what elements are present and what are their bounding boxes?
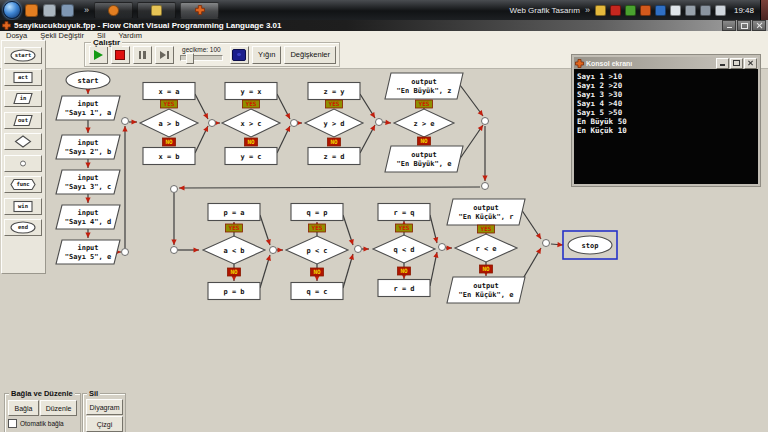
node-label: p = a [223,209,244,217]
connector[interactable] [122,118,129,125]
connector[interactable] [171,247,178,254]
connector[interactable] [122,249,129,256]
menu-1[interactable]: Şekli Değiştir [40,31,84,40]
console-maximize-button[interactable] [730,58,743,69]
console-controls [715,58,757,69]
menu-0[interactable]: Dosya [6,31,27,40]
connect-group: Bağla ve Düzenle Bağla Düzenle Otomatik … [4,393,81,432]
firefox-icon[interactable] [25,4,38,17]
maximize-button[interactable] [737,20,751,31]
connector[interactable] [439,244,446,251]
show-desktop-icon[interactable] [43,4,56,17]
branch-label-text: NO [482,265,490,272]
variables-button[interactable]: Değişkenler [284,46,336,64]
node-label: start [15,52,32,58]
branch-label-text: NO [165,138,173,145]
delete-group-label: Sil [87,389,100,398]
edit-button[interactable]: Düzenle [40,400,77,416]
flow-arrow [478,110,483,116]
screen: » Web Grafik Tasarım » 19:48 5sayikucukb… [0,0,768,432]
taskbar-window-label[interactable]: Web Grafik Tasarım [510,6,580,15]
taskbar-app-firefox[interactable] [94,2,133,19]
window-switcher-icon[interactable] [61,4,74,17]
palette-func-button[interactable]: func [4,176,42,193]
flowchart-tray-icon[interactable] [640,5,651,16]
delay-slider[interactable] [180,55,223,61]
window-tray-icon[interactable] [685,5,696,16]
flag-icon[interactable] [670,5,681,16]
auto-connect-checkbox[interactable] [8,419,17,428]
console-window-button[interactable] [230,46,249,64]
branch-label-text: NO [420,137,428,144]
delete-diagram-button[interactable]: Diyagram [86,399,123,415]
delete-line-button[interactable]: Çizgi [86,416,123,432]
palette-decision-button[interactable] [4,133,42,150]
branch-label-text: YES [419,100,430,107]
run-button[interactable] [89,46,108,64]
minimize-button[interactable] [722,20,736,31]
connector[interactable] [376,119,383,126]
palette-act-button[interactable]: act [4,69,42,86]
connector[interactable] [355,246,362,253]
node-label: r < e [475,245,496,253]
tray-overflow-chevron[interactable]: » [585,5,590,15]
node-label: z > e [413,120,434,128]
taskbar: » Web Grafik Tasarım » 19:48 [0,0,768,20]
adobe-icon[interactable] [610,5,621,16]
node-label: end [18,224,28,230]
media-player-icon[interactable] [655,5,666,16]
stack-button[interactable]: Yığın [252,46,282,64]
palette-connector-button[interactable] [4,155,42,172]
console-titlebar[interactable]: Konsol ekranı [574,57,758,69]
delay-slider-thumb[interactable] [186,53,194,64]
quicklaunch-overflow-chevron[interactable]: » [84,5,89,15]
taskbar-apps [94,2,223,19]
connect-button[interactable]: Bağla [8,400,39,416]
menu-2[interactable]: Sil [97,31,105,40]
network-icon[interactable] [700,5,711,16]
console-minimize-button[interactable] [716,58,729,69]
flow-arrow [278,247,284,252]
node-label: y > d [323,120,344,128]
stop-button[interactable] [111,46,130,64]
win-shape-icon: win [6,200,40,213]
connector[interactable] [209,120,216,127]
connector[interactable] [270,247,277,254]
menu-3[interactable]: Yardım [118,31,142,40]
console-window[interactable]: Konsol ekranı Sayı 1 >10Sayı 2 >20Sayı 3… [572,55,760,186]
connect-group-label: Bağla ve Düzenle [9,389,75,398]
connector[interactable] [482,118,489,125]
node-label: z = d [323,153,344,161]
branch-label-text: YES [246,100,257,107]
console-line: Sayı 3 >30 [577,90,758,99]
palette-win-button[interactable]: win [4,198,42,215]
close-button[interactable] [752,20,766,31]
end-shape-icon: end [6,221,40,234]
connector[interactable] [171,186,178,193]
chat-icon[interactable] [595,5,606,16]
app-titlebar: 5sayikucukbuyuk.fpp - Flow Chart Visual … [0,20,768,31]
taskbar-app-explorer[interactable] [137,2,176,19]
flow-arrow [85,198,90,204]
flow-arrow [85,128,90,134]
palette-in-button[interactable]: in [4,90,42,107]
connector[interactable] [291,120,298,127]
palette-out-button[interactable]: out [4,112,42,129]
speaker-icon[interactable] [715,5,726,16]
start-button[interactable] [3,1,21,19]
flow-arrow [557,242,563,247]
palette-start-button[interactable]: start [4,47,42,64]
flow-arrow [179,185,185,190]
step-button[interactable] [155,46,174,64]
flow-arrow [266,239,271,245]
taskbar-app-flowchart[interactable] [180,2,219,19]
console-close-button[interactable] [744,58,757,69]
update-icon[interactable] [625,5,636,16]
palette-end-button[interactable]: end [4,219,42,236]
show-desktop-button[interactable] [760,0,768,20]
node-label: y = x [240,88,262,96]
cross-icon [195,5,205,15]
connector[interactable] [482,183,489,190]
pause-button[interactable] [133,46,152,64]
connector[interactable] [543,240,550,247]
